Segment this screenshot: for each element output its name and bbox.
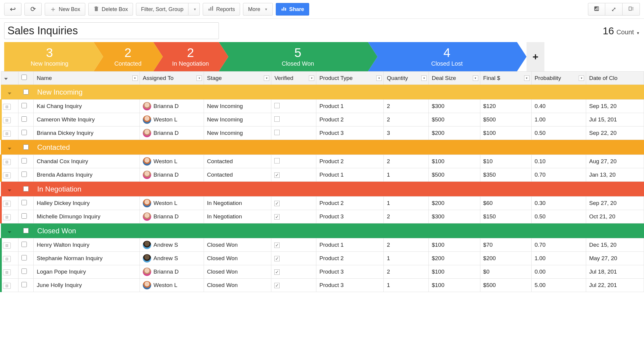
cell-probability[interactable]: 1.00 [531, 252, 586, 265]
row-handle-cell[interactable]: ⊟ [1, 100, 18, 113]
cell-stage[interactable]: Contacted [204, 155, 271, 168]
cell-stage[interactable]: New Incoming [204, 113, 271, 126]
table-row[interactable]: ⊟ Henry Walton Inquiry Andrew S Closed W… [1, 238, 644, 252]
row-expand-icon[interactable]: ⊟ [3, 104, 11, 110]
cell-assigned-to[interactable]: Weston L [140, 155, 204, 168]
cell-date[interactable]: Jul 22, 201 [586, 279, 644, 292]
verified-checkbox[interactable] [274, 172, 280, 178]
share-button[interactable]: Share [276, 3, 309, 16]
cell-deal-size[interactable]: $300 [429, 210, 480, 223]
record-count[interactable]: 16 Count ▼ [603, 25, 640, 37]
col-deal-size[interactable]: Deal Size▾ [429, 72, 480, 85]
reports-button[interactable]: Reports [203, 3, 240, 16]
row-select-cell[interactable] [18, 168, 34, 182]
group-select[interactable] [18, 223, 34, 238]
row-expand-icon[interactable]: ⊟ [3, 243, 11, 249]
view-expand-button[interactable]: ⤢ [605, 3, 623, 16]
verified-checkbox[interactable] [274, 116, 280, 122]
verified-checkbox[interactable] [274, 283, 280, 288]
table-row[interactable]: ⊟ June Holly Inquiry Weston L Closed Won… [1, 279, 644, 292]
cell-final[interactable]: $0 [480, 265, 531, 279]
table-row[interactable]: ⊟ Logan Pope Inquiry Brianna D Closed Wo… [1, 265, 644, 279]
cell-date[interactable]: Sep 22, 20 [586, 126, 644, 140]
row-select-cell[interactable] [18, 113, 34, 126]
row-checkbox[interactable] [21, 282, 27, 287]
table-row[interactable]: ⊟ Chandal Cox Inquiry Weston L Contacted… [1, 155, 644, 168]
column-menu-icon[interactable]: ▾ [579, 75, 584, 81]
row-checkbox[interactable] [21, 242, 27, 247]
cell-probability[interactable]: 0.10 [531, 155, 586, 168]
column-menu-icon[interactable]: ▾ [376, 75, 382, 81]
cell-verified[interactable] [271, 197, 316, 210]
row-handle-cell[interactable]: ⊟ [1, 155, 18, 168]
group-checkbox[interactable] [23, 89, 29, 95]
cell-product-type[interactable]: Product 3 [316, 126, 384, 140]
view-chart-button[interactable] [588, 3, 605, 16]
cell-date[interactable]: Jan 13, 20 [586, 168, 644, 182]
verified-checkbox[interactable] [274, 243, 280, 248]
cell-quantity[interactable]: 2 [384, 265, 429, 279]
cell-product-type[interactable]: Product 1 [316, 238, 384, 252]
group-expand[interactable] [1, 140, 18, 155]
row-select-cell[interactable] [18, 100, 34, 113]
more-button[interactable]: More ▼ [243, 3, 273, 16]
group-header[interactable]: New Incoming [1, 85, 644, 100]
cell-quantity[interactable]: 2 [384, 155, 429, 168]
cell-final[interactable]: $500 [480, 279, 531, 292]
cell-quantity[interactable]: 2 [384, 100, 429, 113]
cell-quantity[interactable]: 1 [384, 197, 429, 210]
cell-verified[interactable] [271, 210, 316, 223]
cell-product-type[interactable]: Product 1 [316, 100, 384, 113]
row-select-cell[interactable] [18, 197, 34, 210]
row-select-cell[interactable] [18, 126, 34, 140]
cell-stage[interactable]: Closed Won [204, 252, 271, 265]
view-panel-button[interactable] [623, 3, 640, 16]
cell-stage[interactable]: Contacted [204, 168, 271, 182]
cell-final[interactable]: $500 [480, 113, 531, 126]
board-title-input[interactable] [4, 22, 219, 39]
row-expand-icon[interactable]: ⊟ [3, 214, 11, 220]
cell-name[interactable]: Cameron White Inquiry [34, 113, 140, 126]
filter-sort-group-button[interactable]: Filter, Sort, Group ▼ [136, 3, 200, 16]
cell-stage[interactable]: New Incoming [204, 100, 271, 113]
cell-assigned-to[interactable]: Weston L [140, 279, 204, 292]
cell-quantity[interactable]: 1 [384, 279, 429, 292]
cell-name[interactable]: Chandal Cox Inquiry [34, 155, 140, 168]
table-row[interactable]: ⊟ Stephanie Norman Inquiry Andrew S Clos… [1, 252, 644, 265]
cell-verified[interactable] [271, 265, 316, 279]
table-row[interactable]: ⊟ Brenda Adams Inquiry Brianna D Contact… [1, 168, 644, 182]
cell-deal-size[interactable]: $300 [429, 100, 480, 113]
cell-verified[interactable] [271, 126, 316, 140]
cell-final[interactable]: $100 [480, 126, 531, 140]
cell-assigned-to[interactable]: Weston L [140, 197, 204, 210]
cell-deal-size[interactable]: $100 [429, 265, 480, 279]
cell-name[interactable]: Logan Pope Inquiry [34, 265, 140, 279]
cell-assigned-to[interactable]: Andrew S [140, 252, 204, 265]
cell-deal-size[interactable]: $100 [429, 238, 480, 252]
cell-probability[interactable]: 0.30 [531, 197, 586, 210]
cell-verified[interactable] [271, 100, 316, 113]
cell-name[interactable]: Henry Walton Inquiry [34, 238, 140, 252]
table-row[interactable]: ⊟ Michelle Dimungo Inquiry Brianna D In … [1, 210, 644, 223]
cell-stage[interactable]: New Incoming [204, 126, 271, 140]
pipeline-stage[interactable]: 4 Closed Lost [368, 42, 517, 71]
cell-final[interactable]: $70 [480, 238, 531, 252]
cell-assigned-to[interactable]: Weston L [140, 113, 204, 126]
row-expand-icon[interactable]: ⊟ [3, 159, 11, 165]
cell-quantity[interactable]: 1 [384, 252, 429, 265]
row-checkbox[interactable] [21, 103, 27, 108]
row-handle-cell[interactable]: ⊟ [1, 126, 18, 140]
row-handle-cell[interactable]: ⊟ [1, 197, 18, 210]
cell-stage[interactable]: In Negotiation [204, 210, 271, 223]
cell-name[interactable]: June Holly Inquiry [34, 279, 140, 292]
header-select-all[interactable] [18, 72, 34, 85]
cell-verified[interactable] [271, 279, 316, 292]
row-handle-cell[interactable]: ⊟ [1, 252, 18, 265]
verified-checkbox[interactable] [274, 130, 280, 135]
cell-name[interactable]: Halley Dickey Inquiry [34, 197, 140, 210]
row-checkbox[interactable] [21, 200, 27, 205]
cell-date[interactable]: Oct 21, 20 [586, 210, 644, 223]
cell-deal-size[interactable]: $500 [429, 113, 480, 126]
group-checkbox[interactable] [23, 228, 29, 233]
cell-final[interactable]: $150 [480, 210, 531, 223]
